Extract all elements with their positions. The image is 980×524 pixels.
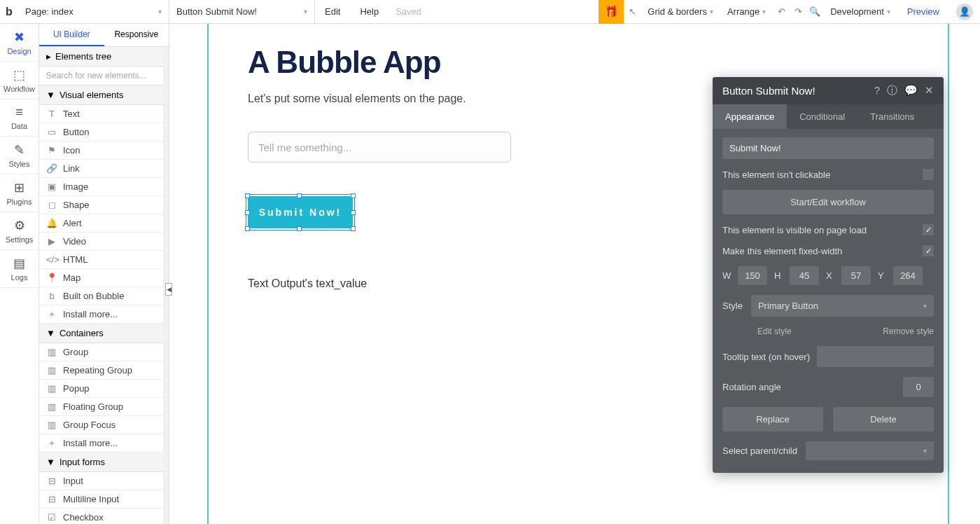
element-alert[interactable]: 🔔Alert	[39, 214, 163, 233]
grid-borders-button[interactable]: Grid & borders ▾	[640, 6, 720, 17]
preview-button[interactable]: Preview	[897, 6, 949, 17]
tab-appearance[interactable]: Appearance	[713, 104, 787, 129]
input-icon: ⊟	[46, 476, 57, 486]
resize-handle[interactable]	[297, 193, 302, 198]
help-icon[interactable]: ?	[874, 84, 880, 97]
element-repeating-group[interactable]: ▥Repeating Group	[39, 361, 163, 380]
select-parent-dropdown[interactable]: ▾	[806, 441, 934, 460]
element-html[interactable]: </>HTML	[39, 251, 163, 269]
height-input[interactable]: 45	[790, 266, 819, 285]
nav-plugins[interactable]: ⊞Plugins	[0, 174, 38, 212]
resize-handle[interactable]	[245, 210, 250, 215]
element-button[interactable]: ▭Button	[39, 123, 163, 142]
page-title: A Bubble App	[248, 45, 909, 80]
elements-tree-header[interactable]: ▶ Elements tree	[39, 47, 163, 67]
resize-handle[interactable]	[351, 193, 356, 198]
tab-ui-builder[interactable]: UI Builder	[39, 24, 104, 46]
element-group[interactable]: ▥Group	[39, 343, 163, 361]
arrange-button[interactable]: Arrange ▾	[720, 6, 773, 17]
close-icon[interactable]: ✕	[925, 84, 934, 97]
triangle-down-icon: ▼	[46, 328, 55, 338]
info-icon[interactable]: ⓘ	[887, 84, 897, 97]
width-input[interactable]: 150	[738, 266, 767, 285]
not-clickable-checkbox[interactable]	[923, 169, 934, 180]
visible-on-load-label: This element is visible on page load	[722, 225, 867, 235]
chevron-down-icon: ▾	[887, 8, 890, 15]
element-video[interactable]: ▶Video	[39, 233, 163, 251]
y-input[interactable]: 264	[893, 266, 923, 285]
redo-icon[interactable]: ↷	[790, 6, 806, 17]
element-map[interactable]: 📍Map	[39, 269, 163, 287]
canvas-input-field[interactable]: Tell me something...	[248, 132, 511, 163]
fixed-width-checkbox[interactable]: ✓	[923, 245, 934, 256]
nav-workflow[interactable]: ⬚Workflow	[0, 62, 38, 99]
element-text[interactable]: TText	[39, 105, 163, 123]
button-text-input[interactable]	[722, 137, 934, 159]
resize-handle[interactable]	[245, 193, 250, 198]
nav-settings[interactable]: ⚙Settings	[0, 212, 38, 250]
x-input[interactable]: 57	[841, 266, 871, 285]
nav-data[interactable]: ≡Data	[0, 99, 38, 137]
style-selector[interactable]: Primary Button ▾	[751, 295, 934, 317]
section-input-forms[interactable]: ▼ Input forms	[39, 453, 163, 472]
element-input[interactable]: ⊟Input	[39, 472, 163, 490]
element-install-more[interactable]: +Install more...	[39, 305, 163, 324]
property-panel-title: Button Submit Now!	[722, 85, 816, 97]
tooltip-input[interactable]	[817, 346, 934, 367]
folder-icon: ▥	[46, 347, 57, 357]
comment-icon[interactable]: 💬	[904, 84, 918, 97]
resize-handle[interactable]	[245, 226, 250, 231]
search-elements-input[interactable]: Search for new elements...	[39, 67, 163, 85]
search-icon[interactable]: 🔍	[806, 6, 823, 17]
flag-icon: ⚑	[46, 145, 57, 156]
undo-icon[interactable]: ↶	[773, 6, 790, 17]
element-link[interactable]: 🔗Link	[39, 160, 163, 178]
panel-collapse-handle[interactable]: ◀	[165, 283, 172, 296]
replace-button[interactable]: Replace	[722, 407, 823, 432]
gift-icon[interactable]: 🎁	[598, 0, 624, 24]
resize-handle[interactable]	[351, 210, 356, 215]
element-popup[interactable]: ▥Popup	[39, 380, 163, 398]
element-selector[interactable]: Button Submit Now! ▾	[169, 0, 315, 23]
tab-transitions[interactable]: Transitions	[858, 104, 927, 129]
list-item-label: Built on Bubble	[63, 291, 124, 301]
tab-responsive[interactable]: Responsive	[104, 24, 169, 46]
element-shape[interactable]: ◻Shape	[39, 196, 163, 214]
nav-logs[interactable]: ▤Logs	[0, 250, 38, 288]
section-containers[interactable]: ▼ Containers	[39, 324, 163, 343]
visible-on-load-checkbox[interactable]: ✓	[923, 224, 934, 235]
edit-menu[interactable]: Edit	[315, 6, 350, 17]
edit-style-link[interactable]: Edit style	[757, 326, 792, 336]
list-item-label: Video	[63, 236, 86, 247]
resize-handle[interactable]	[297, 226, 302, 231]
visual-elements-list: TText ▭Button ⚑Icon 🔗Link ▣Image ◻Shape …	[39, 105, 163, 524]
property-panel[interactable]: Button Submit Now! ? ⓘ 💬 ✕ Appearance Co…	[713, 77, 944, 473]
element-image[interactable]: ▣Image	[39, 178, 163, 196]
resize-handle[interactable]	[351, 226, 356, 231]
element-checkbox[interactable]: ☑Checkbox	[39, 509, 163, 524]
avatar[interactable]: 👤	[956, 4, 973, 20]
element-install-more-containers[interactable]: +Install more...	[39, 434, 163, 453]
help-menu[interactable]: Help	[350, 6, 388, 17]
image-icon: ▣	[46, 181, 57, 192]
nav-design[interactable]: ✖Design	[0, 24, 38, 62]
element-icon[interactable]: ⚑Icon	[39, 142, 163, 160]
start-workflow-button[interactable]: Start/Edit workflow	[722, 190, 934, 214]
element-group-focus[interactable]: ▥Group Focus	[39, 416, 163, 434]
remove-style-link[interactable]: Remove style	[883, 326, 934, 336]
element-built-on-bubble[interactable]: bBuilt on Bubble	[39, 287, 163, 305]
tab-conditional[interactable]: Conditional	[787, 104, 858, 129]
page-selector[interactable]: Page: index ▾	[18, 0, 169, 23]
element-multiline-input[interactable]: ⊟Multiline Input	[39, 490, 163, 509]
folder-icon: ▥	[46, 365, 57, 375]
environment-selector[interactable]: Development ▾	[823, 6, 897, 17]
pointer-icon[interactable]: ↖	[624, 6, 640, 17]
multiline-icon: ⊟	[46, 494, 57, 504]
select-parent-label: Select parent/child	[722, 446, 797, 456]
element-floating-group[interactable]: ▥Floating Group	[39, 398, 163, 416]
delete-button[interactable]: Delete	[833, 407, 934, 432]
section-visual-elements[interactable]: ▼ Visual elements	[39, 85, 163, 105]
canvas-submit-button[interactable]: Submit Now!	[248, 196, 353, 228]
nav-styles[interactable]: ✎Styles	[0, 137, 38, 174]
rotation-input[interactable]: 0	[903, 377, 934, 397]
